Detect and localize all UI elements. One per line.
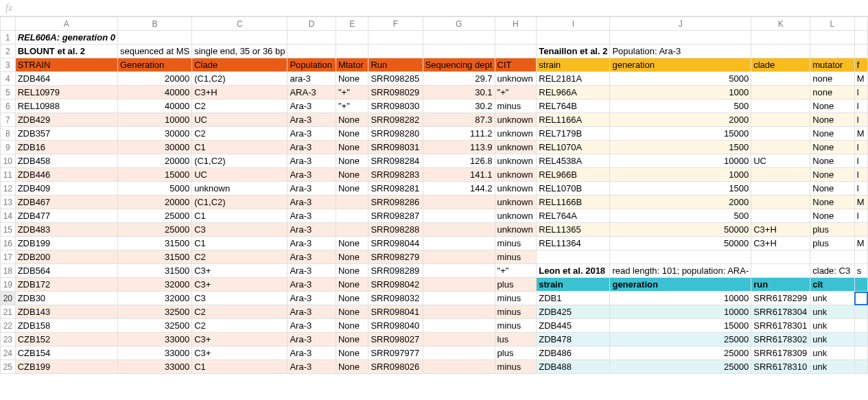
cell[interactable] — [854, 223, 867, 237]
cell[interactable]: unknown — [495, 182, 537, 196]
cell[interactable]: None — [810, 209, 854, 223]
cell[interactable]: 10000 — [610, 305, 751, 319]
cell[interactable]: C2 — [192, 99, 288, 113]
cell[interactable]: 25000 — [610, 360, 751, 374]
cell[interactable]: clade — [751, 58, 810, 72]
cell[interactable]: minus — [495, 319, 537, 333]
cell[interactable]: SRR098286 — [368, 196, 423, 209]
cell[interactable]: Ara-3 — [288, 223, 336, 237]
row-header[interactable]: 1 — [1, 31, 16, 45]
cell[interactable]: C3+ — [192, 346, 288, 360]
cell[interactable]: l — [854, 141, 867, 154]
cell[interactable]: Mtator — [336, 58, 368, 72]
cell[interactable]: UC — [192, 168, 288, 182]
cell[interactable]: CZB152 — [15, 333, 117, 346]
cell[interactable]: unk — [810, 346, 854, 360]
column-header[interactable]: I — [537, 17, 610, 31]
cell[interactable]: ZDB158 — [15, 319, 117, 333]
cell[interactable]: ZDB425 — [537, 305, 610, 319]
cell[interactable]: SRR6178304 — [751, 305, 810, 319]
cell[interactable]: unknown — [495, 127, 537, 141]
column-header[interactable]: C — [192, 17, 288, 31]
cell[interactable] — [854, 31, 867, 45]
cell[interactable]: mutator — [810, 58, 854, 72]
cell[interactable]: 500 — [610, 99, 751, 113]
cell[interactable]: SRR098285 — [368, 72, 423, 86]
cell[interactable]: unknown — [495, 168, 537, 182]
cell[interactable]: 33000 — [117, 333, 191, 346]
cell[interactable]: None — [336, 154, 368, 168]
cell[interactable]: M — [854, 127, 867, 141]
cell[interactable] — [751, 141, 810, 154]
cell[interactable]: unknown — [495, 196, 537, 209]
cell[interactable]: unk — [810, 292, 854, 305]
cell[interactable]: None — [336, 333, 368, 346]
cell[interactable]: ZDB464 — [15, 72, 117, 86]
cell[interactable] — [368, 31, 423, 45]
cell[interactable]: Leon et al. 2018 — [537, 264, 610, 278]
cell[interactable]: Ara-3 — [288, 99, 336, 113]
cell[interactable]: REL2181A — [537, 72, 610, 86]
cell[interactable]: SRR6178309 — [751, 346, 810, 360]
row-header[interactable]: 4 — [1, 72, 16, 86]
cell[interactable]: None — [336, 168, 368, 182]
cell[interactable]: C3+ — [192, 278, 288, 292]
cell[interactable]: 30000 — [117, 127, 191, 141]
cell[interactable]: none — [810, 72, 854, 86]
cell[interactable]: minus — [495, 305, 537, 319]
cell[interactable]: REL966A — [537, 86, 610, 99]
cell[interactable]: unknown — [192, 182, 288, 196]
cell[interactable]: 113.9 — [423, 141, 495, 154]
cell[interactable]: 31500 — [117, 250, 191, 264]
cell[interactable]: REL764A — [537, 209, 610, 223]
cell[interactable]: C1 — [192, 141, 288, 154]
cell[interactable]: None — [336, 264, 368, 278]
cell[interactable]: M — [854, 72, 867, 86]
cell[interactable] — [751, 264, 810, 278]
cell[interactable]: 25000 — [610, 346, 751, 360]
column-header[interactable] — [854, 17, 867, 31]
cell[interactable]: None — [810, 196, 854, 209]
cell[interactable]: SRR098027 — [368, 333, 423, 346]
cell[interactable]: SRR098031 — [368, 141, 423, 154]
cell[interactable]: 32000 — [117, 292, 191, 305]
cell[interactable]: 2000 — [610, 113, 751, 127]
cell[interactable] — [336, 209, 368, 223]
cell[interactable]: s — [854, 264, 867, 278]
cell[interactable] — [423, 45, 495, 58]
cell[interactable]: strain — [537, 278, 610, 292]
cell[interactable]: Ara-3 — [288, 360, 336, 374]
cell[interactable] — [610, 250, 751, 264]
cell[interactable]: Ara-3 — [288, 113, 336, 127]
cell[interactable]: 32500 — [117, 305, 191, 319]
cell[interactable]: Ara-3 — [288, 264, 336, 278]
cell[interactable] — [751, 168, 810, 182]
cell[interactable]: 144.2 — [423, 182, 495, 196]
cell[interactable]: None — [810, 168, 854, 182]
cell[interactable] — [537, 250, 610, 264]
cell[interactable]: ZDB488 — [537, 360, 610, 374]
row-header[interactable]: 2 — [1, 45, 16, 58]
cell[interactable]: Ara-3 — [288, 346, 336, 360]
cell[interactable]: 20000 — [117, 72, 191, 86]
cell[interactable]: "+" — [336, 86, 368, 99]
cell[interactable] — [423, 209, 495, 223]
cell[interactable] — [751, 127, 810, 141]
cell[interactable]: ara-3 — [288, 72, 336, 86]
cell[interactable] — [854, 278, 867, 292]
cell[interactable] — [810, 45, 854, 58]
row-header[interactable]: 11 — [1, 168, 16, 182]
cell[interactable]: 50000 — [610, 237, 751, 250]
cell[interactable] — [751, 31, 810, 45]
cell[interactable]: 15000 — [610, 319, 751, 333]
cell[interactable]: Population: Ara-3 — [610, 45, 751, 58]
cell[interactable] — [854, 305, 867, 319]
cell[interactable] — [751, 250, 810, 264]
cell[interactable] — [423, 223, 495, 237]
cell[interactable] — [810, 250, 854, 264]
cell[interactable] — [368, 45, 423, 58]
cell[interactable]: clade: C3 — [810, 264, 854, 278]
cell[interactable]: lus — [495, 333, 537, 346]
column-header[interactable]: F — [368, 17, 423, 31]
cell[interactable]: C1 — [192, 237, 288, 250]
